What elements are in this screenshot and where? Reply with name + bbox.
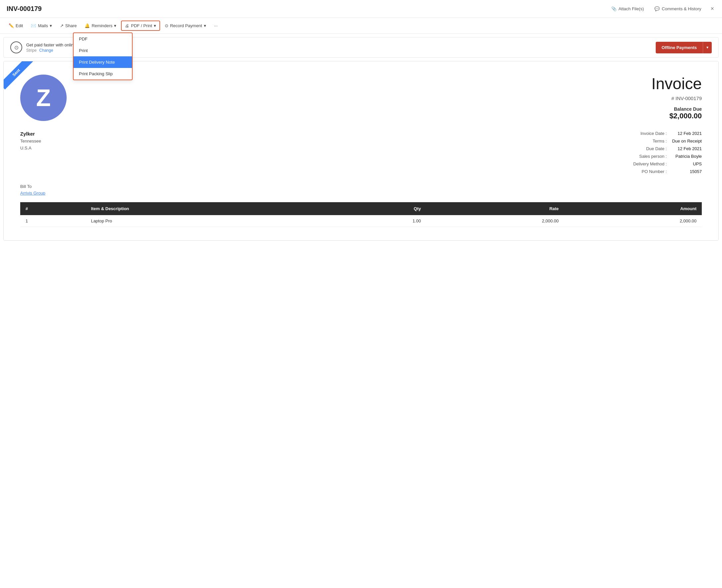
reminders-chevron-icon: ▾ (114, 23, 116, 28)
edit-button[interactable]: ✏️ Edit (5, 21, 26, 30)
bell-icon: 🔔 (84, 23, 90, 28)
toolbar: ✏️ Edit ✉️ Mails ▾ ↗ Share 🔔 Reminders ▾… (0, 18, 722, 34)
company-info: Zylker Tennessee U.S.A (20, 131, 41, 164)
row-qty: 1.00 (330, 215, 426, 227)
salesperson-label: Sales person : (633, 154, 667, 159)
share-button[interactable]: ↗ Share (57, 21, 80, 30)
col-header-rate: Rate (426, 202, 564, 215)
comments-history-button[interactable]: 💬 Comments & History (652, 5, 704, 13)
terms-label: Terms : (633, 139, 667, 144)
table-row: 1 Laptop Pro 1.00 2,000.00 2,000.00 (20, 215, 702, 227)
invoice-date-label: Invoice Date : (633, 131, 667, 136)
invoice-header: Z Invoice # INV-000179 Balance Due $2,00… (20, 75, 702, 121)
comment-icon: 💬 (654, 6, 660, 11)
sent-ribbon-wrapper: Sent (4, 61, 37, 94)
due-date-label: Due Date : (633, 146, 667, 151)
invoice-details: Invoice Date : 12 Feb 2021 Terms : Due o… (633, 131, 702, 174)
share-icon: ↗ (60, 23, 64, 28)
reminders-button[interactable]: 🔔 Reminders ▾ (81, 21, 120, 30)
change-link[interactable]: Change (39, 48, 53, 53)
invoice-title-section: Invoice # INV-000179 Balance Due $2,000.… (652, 75, 702, 120)
attach-files-button[interactable]: 📎 Attach File(s) (608, 5, 647, 13)
salesperson-value: Patricia Boyle (672, 154, 702, 159)
dropdown-item-pdf[interactable]: PDF (74, 33, 132, 45)
invoice-document: Sent Z Invoice # INV-000179 Balance Due … (3, 61, 719, 240)
pdf-icon: 🖨 (125, 23, 129, 28)
dropdown-item-packing-slip[interactable]: Print Packing Slip (74, 68, 132, 80)
invoice-heading: Invoice (652, 75, 702, 93)
company-state: Tennessee (20, 138, 41, 145)
dropdown-item-print[interactable]: Print (74, 45, 132, 56)
info-row: Zylker Tennessee U.S.A Invoice Date : 12… (20, 131, 702, 174)
terms-value: Due on Receipt (672, 139, 702, 144)
more-button[interactable]: ··· (211, 21, 221, 30)
mails-button[interactable]: ✉️ Mails ▾ (27, 21, 55, 30)
company-country: U.S.A (20, 145, 41, 152)
mails-chevron-icon: ▾ (50, 23, 52, 28)
company-logo-letter: Z (36, 84, 51, 111)
payment-chevron-icon: ▾ (204, 23, 206, 28)
col-header-amount: Amount (564, 202, 702, 215)
mail-icon: ✉️ (31, 23, 36, 28)
bill-to-company[interactable]: Arrivis Group (20, 191, 45, 195)
delivery-method-label: Delivery Method : (633, 162, 667, 166)
offline-payments-button[interactable]: Offline Payments (656, 42, 703, 54)
col-header-qty: Qty (330, 202, 426, 215)
sent-ribbon: Sent (4, 61, 33, 89)
close-button[interactable]: × (709, 4, 715, 14)
header-actions: 📎 Attach File(s) 💬 Comments & History × (608, 4, 715, 14)
offline-payments-group: Offline Payments ▾ (656, 42, 712, 54)
offline-payments-dropdown-button[interactable]: ▾ (703, 42, 712, 54)
pdf-print-dropdown: PDF Print Print Delivery Note Print Pack… (73, 33, 132, 80)
row-num: 1 (20, 215, 85, 227)
delivery-method-value: UPS (672, 162, 702, 166)
payment-icon: ⊙ (165, 23, 168, 28)
col-header-num: # (20, 202, 85, 215)
top-header: INV-000179 📎 Attach File(s) 💬 Comments &… (0, 0, 722, 18)
row-amount: 2,000.00 (564, 215, 702, 227)
balance-due-amount: $2,000.00 (652, 112, 702, 120)
invoice-title: INV-000179 (7, 5, 42, 13)
invoice-number: # INV-000179 (652, 96, 702, 101)
table-header-row: # Item & Description Qty Rate Amount (20, 202, 702, 215)
edit-icon: ✏️ (8, 23, 14, 28)
payment-banner-icon: ⊙ (10, 41, 22, 54)
row-desc: Laptop Pro (85, 215, 330, 227)
app-container: INV-000179 📎 Attach File(s) 💬 Comments &… (0, 0, 722, 588)
company-name: Zylker (20, 131, 41, 136)
po-number-label: PO Number : (633, 169, 667, 174)
invoice-date-value: 12 Feb 2021 (672, 131, 702, 136)
due-date-value: 12 Feb 2021 (672, 146, 702, 151)
col-header-description: Item & Description (85, 202, 330, 215)
dropdown-item-delivery-note[interactable]: Print Delivery Note (74, 56, 132, 68)
balance-due-label: Balance Due (652, 106, 702, 112)
invoice-doc-content: Sent Z Invoice # INV-000179 Balance Due … (4, 61, 718, 240)
invoice-table: # Item & Description Qty Rate Amount 1 L… (20, 202, 702, 227)
paperclip-icon: 📎 (611, 6, 617, 11)
po-number-value: 15057 (672, 169, 702, 174)
row-rate: 2,000.00 (426, 215, 564, 227)
pdf-print-button[interactable]: 🖨 PDF / Print ▾ (121, 21, 160, 31)
record-payment-button[interactable]: ⊙ Record Payment ▾ (161, 21, 209, 30)
bill-to-label: Bill To (20, 184, 702, 189)
bill-to-section: Bill To Arrivis Group (20, 184, 702, 195)
pdf-chevron-icon: ▾ (154, 23, 156, 28)
